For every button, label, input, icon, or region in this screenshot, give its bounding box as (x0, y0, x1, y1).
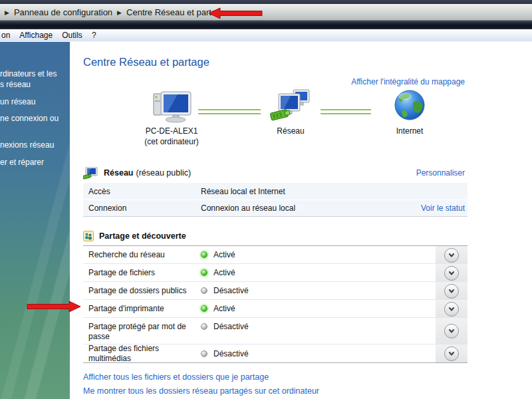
network-section-subtitle: (réseau public) (136, 168, 191, 178)
row-label: Partage de fichiers (83, 268, 201, 278)
status-led (201, 305, 207, 312)
footer-links: Afficher tous les fichiers et dossiers q… (83, 370, 319, 398)
row-value: Connexion au réseau local (201, 203, 421, 213)
window-frame-divider (0, 21, 532, 29)
chevron-down-icon (447, 349, 456, 358)
map-connection-line (198, 109, 261, 114)
annotation-arrow-breadcrumb (207, 7, 263, 19)
main-panel: Centre Réseau et partage Afficher l'inté… (70, 42, 532, 399)
map-node-name: PC-DE-ALEX1 (142, 126, 201, 136)
personalize-link[interactable]: Personnaliser (416, 168, 465, 178)
map-node-this-computer: PC-DE-ALEX1 (cet ordinateur) (142, 88, 201, 146)
expand-row-button[interactable] (444, 266, 459, 281)
expand-row-button[interactable] (444, 346, 459, 361)
page-title: Centre Réseau et partage (83, 56, 209, 68)
status-text: Désactivé (213, 322, 249, 331)
status-led (201, 269, 207, 276)
row-dossiers-publics: Partage de dossiers publics Désactivé (83, 282, 467, 300)
address-bar[interactable]: ▶ Panneau de configuration ▶ Centre Rése… (0, 4, 532, 21)
row-partage-mot-de-passe: Partage protégé par mot de passe Désacti… (83, 318, 467, 344)
row-partage-fichiers: Partage de fichiers Activé (83, 264, 467, 282)
map-connection-line (321, 109, 371, 114)
chevron-down-icon (447, 251, 456, 260)
computer-icon[interactable] (148, 88, 196, 123)
menu-item-outils[interactable]: Outils (57, 31, 87, 40)
row-label: Partage des fichiers multimédias (83, 344, 201, 364)
sidebar-item-connect-network[interactable]: un réseau (0, 96, 70, 107)
task-pane: rdinateurs et les s réseau un réseau ne … (0, 42, 70, 399)
status-led (201, 323, 207, 330)
chevron-down-icon (447, 305, 456, 314)
view-full-map-link[interactable]: Afficher l'intégralité du mappage (351, 77, 465, 86)
chevron-down-icon (447, 327, 456, 336)
row-label: Partage de dossiers publics (83, 286, 201, 296)
chevron-down-icon (447, 287, 456, 296)
row-fichiers-multimedias: Partage des fichiers multimédias Désacti… (83, 344, 467, 362)
network-small-icon (83, 167, 98, 180)
network-connection-row: Connexion Connexion au réseau local Voir… (83, 200, 467, 216)
row-label: Recherche du réseau (83, 250, 201, 260)
map-node-name: Réseau (264, 126, 317, 136)
show-shared-files-link[interactable]: Afficher tous les fichiers et dossiers q… (83, 370, 319, 384)
sidebar-item-diagnose-repair[interactable]: er et réparer (0, 157, 70, 168)
network-status-section: Réseau (réseau public) Personnaliser Acc… (83, 165, 467, 217)
expand-row-button[interactable] (444, 248, 459, 263)
row-recherche-reseau: Recherche du réseau Activé (83, 246, 467, 264)
menu-item-help[interactable]: ? (87, 31, 101, 40)
network-sharing-center-window: ▶ Panneau de configuration ▶ Centre Rése… (0, 0, 532, 399)
map-node-internet: Internet (383, 88, 436, 136)
row-label: Partage d'imprimante (83, 304, 201, 314)
globe-icon[interactable] (394, 88, 426, 123)
menu-bar: on Affichage Outils ? (0, 29, 532, 42)
status-text: Activé (213, 304, 235, 313)
breadcrumb-arrow-icon[interactable]: ▶ (112, 9, 126, 16)
show-shared-folders-link[interactable]: Me montrer tous les dossiers réseau part… (83, 384, 319, 398)
map-node-network: Réseau (264, 88, 317, 136)
network-map: PC-DE-ALEX1 (cet ordinateur) (83, 88, 467, 167)
row-label: Partage protégé par mot de passe (83, 322, 201, 342)
sidebar-item-view-computers[interactable]: rdinateurs et les s réseau (0, 68, 70, 90)
sidebar-item-setup-connection[interactable]: ne connexion ou (0, 113, 70, 124)
row-label: Accès (83, 187, 201, 196)
sharing-section-title: Partage et découverte (99, 231, 186, 241)
row-label: Connexion (83, 203, 201, 213)
menu-item-edition-partial[interactable]: on (1, 31, 15, 40)
chevron-down-icon (447, 269, 456, 278)
status-text: Activé (213, 268, 235, 277)
network-access-row: Accès Réseau local et Internet (83, 183, 467, 200)
map-node-subtitle: (cet ordinateur) (142, 137, 201, 146)
status-text: Désactivé (213, 286, 249, 295)
breadcrumb-arrow-icon[interactable]: ▶ (0, 9, 14, 16)
expand-row-button[interactable] (444, 284, 459, 299)
row-value: Réseau local et Internet (201, 187, 467, 196)
annotation-arrow-printer-sharing (26, 301, 82, 313)
window-frame-top: ▶ Panneau de configuration ▶ Centre Rése… (0, 0, 532, 21)
menu-item-affichage[interactable]: Affichage (15, 31, 57, 40)
status-text: Désactivé (213, 349, 249, 358)
network-section-title: Réseau (104, 168, 133, 178)
status-led (201, 287, 207, 294)
sharing-list: Recherche du réseau Activé Partag (83, 245, 467, 363)
network-monitors-icon[interactable] (269, 88, 312, 123)
expand-row-button[interactable] (444, 302, 459, 317)
sidebar-item-manage-connections[interactable]: nexions réseau (0, 140, 70, 150)
status-text: Activé (213, 250, 235, 259)
people-sharing-icon (83, 231, 94, 241)
status-led (201, 251, 207, 258)
expand-row-button[interactable] (444, 324, 459, 338)
map-node-name: Internet (383, 126, 436, 136)
sharing-discovery-section: Partage et découverte Recherche du résea… (83, 229, 467, 363)
content-area: rdinateurs et les s réseau un réseau ne … (0, 42, 532, 399)
breadcrumb-item-panneau[interactable]: Panneau de configuration (14, 7, 112, 17)
status-led (201, 350, 207, 357)
view-status-link[interactable]: Voir le statut (421, 203, 465, 213)
row-partage-imprimante: Partage d'imprimante Activé (83, 300, 467, 318)
